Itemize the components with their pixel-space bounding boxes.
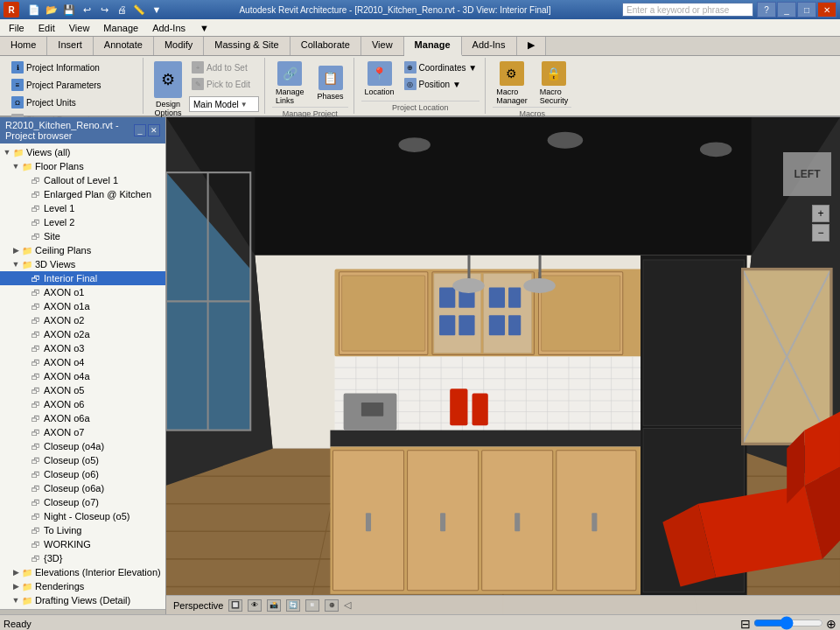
- project-info-btn[interactable]: ℹ Project Information: [9, 60, 102, 75]
- qa-open[interactable]: 📂: [44, 2, 60, 18]
- menu-file[interactable]: File: [2, 21, 32, 35]
- tree-item-ceiling-plans[interactable]: ▶📁Ceiling Plans: [0, 243, 165, 257]
- qa-new[interactable]: 📄: [26, 2, 42, 18]
- tree-item-axon-o2a[interactable]: 🗗AXON o2a: [0, 327, 165, 341]
- tree-item-axon-o1a[interactable]: 🗗AXON o1a: [0, 299, 165, 313]
- tree-item-axon-o1[interactable]: 🗗AXON o1: [0, 285, 165, 299]
- tree-item-to-living[interactable]: 🗗To Living: [0, 523, 165, 537]
- zoom-slider[interactable]: [753, 618, 823, 628]
- location-btn[interactable]: 📍 Location: [361, 60, 398, 98]
- tree-item-3d[interactable]: 🗗{3D}: [0, 551, 165, 565]
- vp-btn5[interactable]: ◽: [305, 599, 319, 612]
- tab-home[interactable]: Home: [0, 37, 47, 55]
- position-btn[interactable]: ◎ Position ▼: [402, 76, 480, 92]
- vp-angle: ◁: [344, 599, 351, 611]
- tab-more[interactable]: ▶: [517, 37, 546, 55]
- vp-btn1[interactable]: 🔲: [228, 599, 242, 612]
- tab-massing[interactable]: Massing & Site: [204, 37, 290, 55]
- project-params-btn[interactable]: ≡ Project Parameters: [9, 77, 104, 93]
- design-options-btn[interactable]: ⚙ DesignOptions: [150, 60, 186, 119]
- location-icon: 📍: [368, 61, 392, 86]
- tree-item-enlarged-plan[interactable]: 🗗Enlarged Plan @ Kitchen: [0, 187, 165, 201]
- tree-item-level1[interactable]: 🗗Level 1: [0, 201, 165, 215]
- menu-manage[interactable]: Manage: [96, 21, 145, 35]
- qa-print[interactable]: 🖨: [114, 2, 130, 18]
- zoom-in-btn[interactable]: +: [812, 205, 830, 222]
- tree-item-floor-plans[interactable]: ▼📁Floor Plans: [0, 159, 165, 173]
- tree-item-site[interactable]: 🗗Site: [0, 229, 165, 243]
- tab-manage[interactable]: Manage: [404, 37, 462, 56]
- tree-item-axon-o6a[interactable]: 🗗AXON o6a: [0, 411, 165, 425]
- qa-undo[interactable]: ↩: [79, 2, 94, 18]
- tab-modify[interactable]: Modify: [154, 37, 204, 55]
- tree-item-axon-o3[interactable]: 🗗AXON o3: [0, 341, 165, 355]
- tree-item-closeup-o6[interactable]: 🗗Closeup (o6): [0, 467, 165, 481]
- design-options-dropdown[interactable]: Main Model ▼: [189, 96, 259, 112]
- tree-item-night-closeup[interactable]: 🗗Night - Closeup (o5): [0, 509, 165, 523]
- tree-item-renderings[interactable]: ▶📁Renderings: [0, 579, 165, 593]
- viewport[interactable]: LEFT + − Perspective 🔲 👁 📸 🔄 ◽ ⊕ ◁: [166, 117, 840, 614]
- tree-label: Site: [44, 231, 60, 242]
- tree-item-working[interactable]: 🗗WORKING: [0, 537, 165, 551]
- tree-item-axon-o4[interactable]: 🗗AXON o4: [0, 355, 165, 369]
- tree-item-interior-final[interactable]: 🗗Interior Final: [0, 271, 165, 285]
- sidebar-ctrl2[interactable]: ✕: [148, 124, 160, 136]
- vp-btn6[interactable]: ⊕: [325, 599, 339, 612]
- tree-item-axon-o6[interactable]: 🗗AXON o6: [0, 397, 165, 411]
- menu-addins[interactable]: Add-Ins: [145, 21, 192, 35]
- qa-save[interactable]: 💾: [61, 2, 77, 18]
- close-btn[interactable]: ✕: [817, 2, 836, 18]
- ribbon-group-macros: ⚙ MacroManager 🔒 MacroSecurity Macros: [487, 58, 577, 114]
- project-units-btn[interactable]: Ω Project Units: [9, 94, 79, 110]
- pick-to-edit-btn[interactable]: ✎ Pick to Edit: [189, 76, 259, 92]
- coordinates-btn[interactable]: ⊕ Coordinates ▼: [402, 60, 480, 75]
- qa-measure[interactable]: 📏: [131, 2, 147, 18]
- add-to-set-btn[interactable]: + Add to Set: [189, 60, 259, 75]
- tree-label: AXON o4a: [44, 371, 90, 382]
- tab-collaborate[interactable]: Collaborate: [290, 37, 361, 55]
- tree-item-axon-o5[interactable]: 🗗AXON o5: [0, 383, 165, 397]
- search-box[interactable]: Enter a keyword or phrase: [622, 3, 753, 17]
- tree-item-closeup-o5[interactable]: 🗗Closeup (o5): [0, 453, 165, 467]
- macro-manager-btn[interactable]: ⚙ MacroManager: [493, 60, 531, 107]
- qa-redo[interactable]: ↪: [96, 2, 112, 18]
- tree-item-axon-o7[interactable]: 🗗AXON o7: [0, 425, 165, 439]
- vp-btn4[interactable]: 🔄: [286, 599, 300, 612]
- minimize-btn[interactable]: _: [777, 2, 796, 18]
- tree-view-icon: 🗗: [30, 412, 42, 424]
- tree-item-axon-o4a[interactable]: 🗗AXON o4a: [0, 369, 165, 383]
- tree-item-views-all[interactable]: ▼📁Views (all): [0, 145, 165, 159]
- tree-item-elevations[interactable]: ▶📁Elevations (Interior Elevation): [0, 565, 165, 579]
- svg-rect-65: [440, 513, 445, 531]
- tab-addins[interactable]: Add-Ins: [462, 37, 517, 55]
- manage-links-btn[interactable]: 🔗 ManageLinks: [272, 60, 308, 107]
- vp-btn3[interactable]: 📸: [267, 599, 281, 612]
- nav-cube[interactable]: LEFT: [783, 152, 831, 196]
- tree-item-level2[interactable]: 🗗Level 2: [0, 215, 165, 229]
- vp-btn2[interactable]: 👁: [248, 599, 262, 612]
- sidebar-resize-handle[interactable]: [0, 609, 165, 614]
- qa-dropdown[interactable]: ▼: [149, 2, 164, 18]
- menu-more[interactable]: ▼: [192, 21, 216, 35]
- tree-label: AXON o5: [44, 385, 84, 396]
- tree-label: Enlarged Plan @ Kitchen: [44, 189, 151, 200]
- tab-annotate[interactable]: Annotate: [94, 37, 154, 55]
- tree-item-closeup-o7[interactable]: 🗗Closeup (o7): [0, 495, 165, 509]
- help-btn[interactable]: ?: [757, 2, 776, 18]
- macro-security-btn[interactable]: 🔒 MacroSecurity: [536, 60, 572, 107]
- tab-view[interactable]: View: [361, 37, 404, 55]
- tree-item-closeup-o4a[interactable]: 🗗Closeup (o4a): [0, 439, 165, 453]
- tree-item-closeup-o6a[interactable]: 🗗Closeup (o6a): [0, 481, 165, 495]
- menu-edit[interactable]: Edit: [32, 21, 62, 35]
- tree-folder-icon: 📁: [12, 146, 24, 158]
- sidebar-ctrl1[interactable]: _: [134, 124, 146, 136]
- tree-item-axon-o2[interactable]: 🗗AXON o2: [0, 313, 165, 327]
- maximize-btn[interactable]: □: [797, 2, 816, 18]
- phases-btn[interactable]: 📋 Phases: [313, 64, 348, 102]
- zoom-out-btn[interactable]: −: [812, 224, 830, 242]
- tree-item-3d-views[interactable]: ▼📁3D Views: [0, 257, 165, 271]
- tree-item-drafting-views[interactable]: ▼📁Drafting Views (Detail): [0, 593, 165, 607]
- tab-insert[interactable]: Insert: [47, 37, 94, 55]
- menu-view[interactable]: View: [62, 21, 97, 35]
- tree-item-callout-level1[interactable]: 🗗Callout of Level 1: [0, 173, 165, 187]
